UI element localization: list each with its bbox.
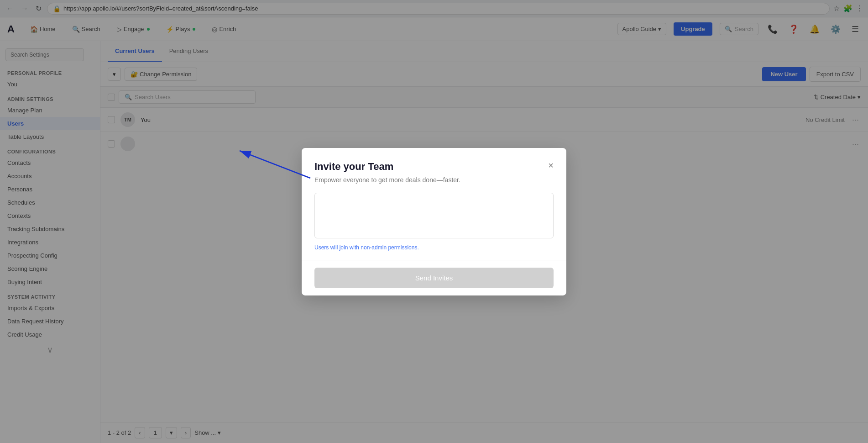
modal-subtitle: Empower everyone to get more deals done—… xyxy=(302,173,566,184)
send-invites-button[interactable]: Send Invites xyxy=(314,268,554,288)
modal-permissions-note: Users will join with non-admin permissio… xyxy=(314,244,554,251)
modal-title: Invite your Team xyxy=(314,161,393,173)
svg-line-1 xyxy=(240,151,310,178)
modal-footer: Send Invites xyxy=(302,260,566,295)
modal-close-button[interactable]: × xyxy=(548,161,554,170)
modal-overlay[interactable]: Invite your Team × Empower everyone to g… xyxy=(0,0,868,443)
invite-team-modal: Invite your Team × Empower everyone to g… xyxy=(302,148,566,295)
modal-body: Users will join with non-admin permissio… xyxy=(302,184,566,260)
email-invite-input[interactable] xyxy=(314,193,554,238)
modal-header: Invite your Team × xyxy=(302,148,566,173)
